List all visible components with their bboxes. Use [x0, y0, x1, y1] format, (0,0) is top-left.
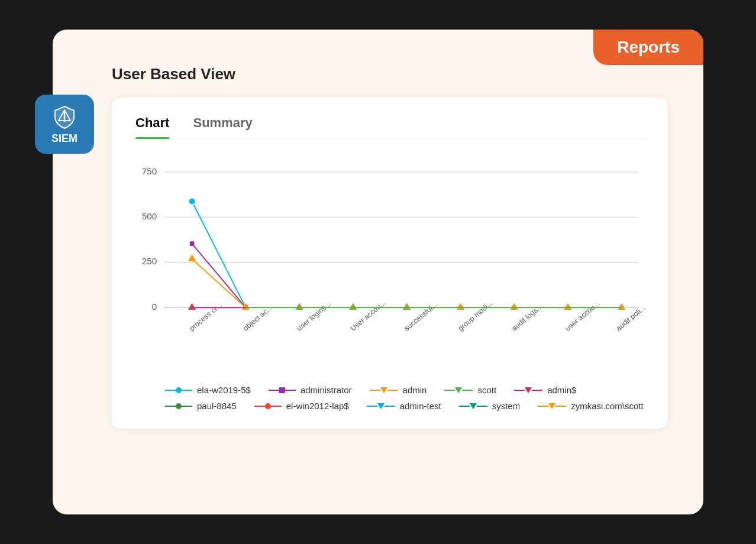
legend-paul: paul-8845	[165, 401, 237, 411]
svg-text:group modi...: group modi...	[456, 299, 494, 332]
legend-admin: admin	[370, 385, 427, 395]
reports-badge: Reports	[593, 30, 703, 65]
chart-legend: ela-w2019-5$ administrator	[135, 385, 644, 411]
legend-ela: ela-w2019-5$	[165, 385, 251, 395]
main-card: Chart Summary 750 500 250 0 process cr..…	[112, 98, 668, 429]
page-title: User Based View	[112, 65, 668, 83]
siem-logo: SIEM	[35, 95, 94, 154]
svg-marker-41	[188, 254, 196, 261]
legend-admin-test: admin-test	[367, 401, 441, 411]
svg-text:750: 750	[142, 166, 157, 176]
chart-svg: 750 500 250 0 process cr... object ac...…	[135, 156, 644, 371]
svg-text:user accou...: user accou...	[564, 299, 601, 332]
svg-text:User accou...: User accou...	[349, 299, 387, 333]
chart-area: 750 500 250 0 process cr... object ac...…	[135, 156, 644, 411]
svg-point-26	[189, 198, 195, 205]
legend-zymkasi: zymkasi.com\scott	[538, 401, 644, 411]
main-container: Reports SIEM User Based View Chart Summa…	[53, 30, 703, 514]
tab-bar: Chart Summary	[135, 115, 644, 138]
svg-text:0: 0	[152, 302, 157, 312]
svg-rect-37	[190, 241, 195, 246]
svg-marker-56	[188, 303, 196, 309]
legend-administrator: administrator	[269, 385, 352, 395]
legend-scott: scott	[444, 385, 496, 395]
legend-admin-dollar: admin$	[514, 385, 576, 395]
legend-system: system	[459, 401, 521, 411]
svg-text:500: 500	[142, 211, 157, 221]
svg-text:250: 250	[142, 256, 157, 266]
tab-summary[interactable]: Summary	[193, 115, 252, 138]
siem-label: SIEM	[51, 132, 77, 145]
svg-line-39	[192, 259, 246, 307]
legend-elwin: el-win2012-lap$	[254, 401, 349, 411]
tab-chart[interactable]: Chart	[135, 115, 169, 138]
svg-text:user logins...: user logins...	[295, 300, 332, 333]
